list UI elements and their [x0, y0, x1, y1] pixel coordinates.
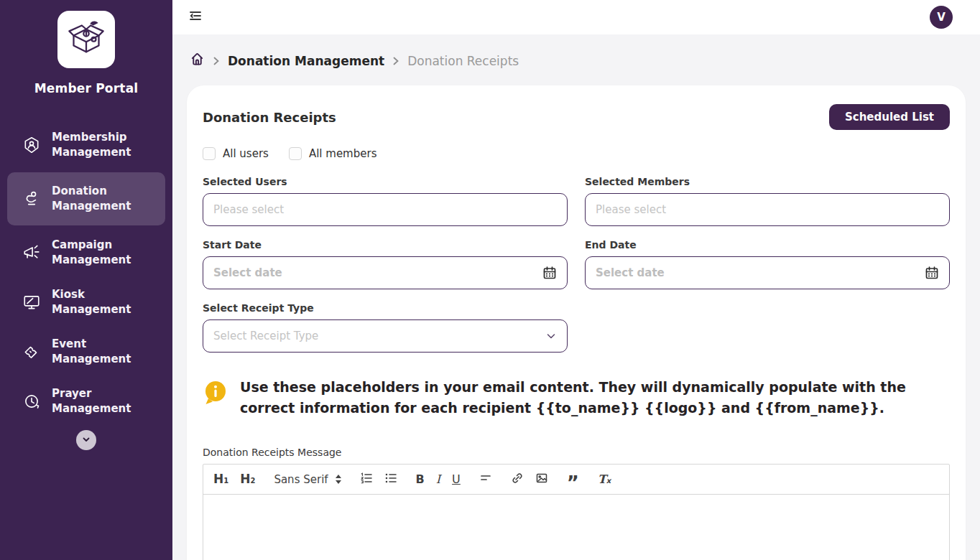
topbar: V	[172, 0, 980, 34]
clear-group: Tx	[598, 474, 611, 485]
placeholder-info-note: Use these placeholders in your email con…	[203, 377, 950, 418]
insert-group	[511, 472, 548, 487]
scheduled-list-button[interactable]: Scheduled List	[829, 104, 950, 130]
sidebar: Member Portal Membership Management	[0, 0, 172, 560]
end-date-label: End Date	[585, 239, 950, 251]
sidebar-item-event-management[interactable]: Event Management	[7, 330, 165, 374]
selected-members-field: Selected Members	[585, 176, 950, 226]
sidebar-menu: Membership Management Donation Managemen…	[0, 123, 172, 429]
font-family-value: Sans Serif	[274, 473, 328, 486]
link-button[interactable]	[511, 472, 524, 487]
start-date-input[interactable]	[213, 266, 535, 279]
chevron-down-icon	[81, 434, 91, 447]
receipt-type-input[interactable]	[213, 330, 538, 342]
bold-button[interactable]: B	[416, 474, 425, 485]
checkbox-label: All members	[309, 147, 377, 160]
page-title: Donation Receipts	[203, 110, 336, 125]
updown-arrows-icon	[336, 475, 341, 484]
donation-icon	[22, 190, 42, 208]
selected-users-select[interactable]	[203, 193, 568, 226]
selected-users-input[interactable]	[213, 203, 557, 216]
receipt-type-select[interactable]	[203, 319, 568, 353]
italic-button[interactable]: I	[436, 474, 440, 485]
selected-users-field: Selected Users	[203, 176, 568, 226]
quote-group: ”	[567, 475, 579, 482]
kiosk-icon	[22, 293, 42, 312]
form-grid: Selected Users Selected Members Start Da…	[203, 176, 950, 365]
underline-button[interactable]: U	[452, 474, 461, 485]
end-date-field: End Date	[585, 239, 950, 289]
info-note-text: Use these placeholders in your email con…	[240, 377, 950, 418]
checkbox-label: All users	[223, 147, 269, 160]
main-content: Donation Management Donation Receipts Do…	[172, 34, 980, 560]
sidebar-item-label: Event Management	[52, 337, 147, 367]
all-members-checkbox[interactable]: All members	[289, 147, 377, 160]
heading-group: H1 H2	[213, 473, 255, 485]
end-date-picker[interactable]	[585, 256, 950, 289]
style-group: B I U	[416, 474, 461, 485]
campaign-icon	[22, 243, 42, 262]
sidebar-item-label: Membership Management	[52, 130, 147, 160]
checkbox-row: All users All members	[203, 147, 950, 160]
breadcrumb-home-link[interactable]	[190, 52, 205, 70]
sidebar-item-prayer-management[interactable]: Prayer Management	[7, 379, 165, 424]
selected-users-label: Selected Users	[203, 176, 568, 187]
rich-text-editor: H1 H2 Sans Serif	[203, 464, 950, 560]
blockquote-button[interactable]: ”	[567, 480, 579, 487]
clear-formatting-button[interactable]: Tx	[598, 474, 611, 485]
info-icon	[203, 380, 228, 410]
message-label: Donation Receipts Message	[203, 447, 950, 458]
all-users-checkbox[interactable]: All users	[203, 147, 269, 160]
grid-spacer	[585, 302, 950, 365]
start-date-field: Start Date	[203, 239, 568, 289]
sidebar-item-label: Campaign Management	[52, 238, 147, 268]
sidebar-item-label: Donation Management	[52, 184, 147, 214]
calendar-icon[interactable]	[542, 266, 557, 280]
image-button[interactable]	[535, 472, 548, 487]
editor-toolbar: H1 H2 Sans Serif	[203, 465, 949, 495]
prayer-icon	[22, 392, 42, 411]
align-button[interactable]	[479, 472, 492, 487]
user-avatar[interactable]: V	[930, 6, 953, 29]
donation-receipts-card: Donation Receipts Scheduled List All use…	[187, 85, 966, 560]
event-icon	[22, 342, 42, 361]
brand-title: Member Portal	[0, 81, 172, 95]
start-date-picker[interactable]	[203, 256, 568, 289]
sidebar-item-donation-management[interactable]: Donation Management	[7, 172, 165, 225]
ordered-list-button[interactable]	[360, 472, 373, 487]
app-logo[interactable]	[57, 11, 115, 68]
donation-box-logo-icon	[66, 18, 106, 61]
editor-body[interactable]	[203, 495, 949, 560]
chevron-down-icon[interactable]	[545, 330, 557, 342]
receipt-type-field: Select Receipt Type	[203, 302, 568, 353]
selected-members-label: Selected Members	[585, 176, 950, 187]
sidebar-item-kiosk-management[interactable]: Kiosk Management	[7, 280, 165, 325]
selected-members-select[interactable]	[585, 193, 950, 226]
font-family-select[interactable]: Sans Serif	[274, 473, 341, 486]
logo-wrap	[0, 11, 172, 68]
calendar-icon[interactable]	[925, 266, 939, 280]
breadcrumb-donation-receipts: Donation Receipts	[407, 54, 519, 68]
membership-icon	[22, 136, 42, 154]
expand-menu-button[interactable]	[76, 430, 96, 450]
sidebar-item-label: Kiosk Management	[52, 287, 147, 317]
heading2-button[interactable]: H2	[240, 473, 255, 485]
breadcrumb-donation-management[interactable]: Donation Management	[228, 54, 384, 68]
heading1-button[interactable]: H1	[213, 473, 228, 485]
end-date-input[interactable]	[596, 266, 917, 279]
collapse-sidebar-icon	[188, 9, 203, 26]
collapse-sidebar-button[interactable]	[188, 9, 203, 26]
selected-members-input[interactable]	[596, 203, 939, 216]
align-group	[479, 472, 492, 487]
sidebar-item-campaign-management[interactable]: Campaign Management	[7, 230, 165, 275]
checkbox-box[interactable]	[289, 147, 302, 160]
list-group	[360, 472, 397, 487]
breadcrumb: Donation Management Donation Receipts	[172, 34, 980, 70]
checkbox-box[interactable]	[203, 147, 216, 160]
bullet-list-button[interactable]	[384, 472, 397, 487]
card-header: Donation Receipts Scheduled List	[203, 104, 950, 130]
receipt-type-label: Select Receipt Type	[203, 302, 568, 314]
start-date-label: Start Date	[203, 239, 568, 251]
sidebar-item-membership-management[interactable]: Membership Management	[7, 123, 165, 167]
chevron-right-icon	[392, 56, 400, 66]
